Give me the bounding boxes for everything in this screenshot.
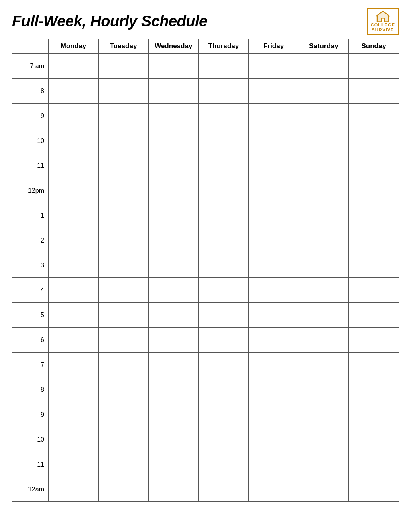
schedule-cell[interactable] — [98, 303, 149, 328]
schedule-cell[interactable] — [149, 253, 199, 278]
schedule-cell[interactable] — [98, 153, 149, 178]
schedule-cell[interactable] — [149, 228, 199, 253]
schedule-cell[interactable] — [299, 253, 349, 278]
schedule-cell[interactable] — [98, 402, 149, 427]
schedule-cell[interactable] — [299, 228, 349, 253]
schedule-cell[interactable] — [149, 452, 199, 477]
schedule-cell[interactable] — [349, 477, 399, 502]
schedule-cell[interactable] — [98, 104, 149, 128]
schedule-cell[interactable] — [149, 104, 199, 128]
schedule-cell[interactable] — [248, 303, 299, 328]
schedule-cell[interactable] — [299, 153, 349, 178]
schedule-cell[interactable] — [199, 452, 249, 477]
schedule-cell[interactable] — [299, 303, 349, 328]
schedule-cell[interactable] — [199, 303, 249, 328]
schedule-cell[interactable] — [248, 278, 299, 303]
schedule-cell[interactable] — [299, 79, 349, 104]
schedule-cell[interactable] — [49, 79, 99, 104]
schedule-cell[interactable] — [49, 228, 99, 253]
schedule-cell[interactable] — [98, 79, 149, 104]
schedule-cell[interactable] — [98, 203, 149, 228]
schedule-cell[interactable] — [349, 104, 399, 128]
schedule-cell[interactable] — [49, 104, 99, 128]
schedule-cell[interactable] — [299, 353, 349, 377]
schedule-cell[interactable] — [49, 353, 99, 377]
schedule-cell[interactable] — [149, 402, 199, 427]
schedule-cell[interactable] — [299, 427, 349, 452]
schedule-cell[interactable] — [248, 54, 299, 79]
schedule-cell[interactable] — [149, 353, 199, 377]
schedule-cell[interactable] — [299, 477, 349, 502]
schedule-cell[interactable] — [49, 153, 99, 178]
schedule-cell[interactable] — [299, 402, 349, 427]
schedule-cell[interactable] — [349, 178, 399, 203]
schedule-cell[interactable] — [349, 328, 399, 353]
schedule-cell[interactable] — [199, 253, 249, 278]
schedule-cell[interactable] — [349, 203, 399, 228]
schedule-cell[interactable] — [49, 253, 99, 278]
schedule-cell[interactable] — [49, 452, 99, 477]
schedule-cell[interactable] — [199, 128, 249, 153]
schedule-cell[interactable] — [98, 278, 149, 303]
schedule-cell[interactable] — [248, 328, 299, 353]
schedule-cell[interactable] — [98, 228, 149, 253]
schedule-cell[interactable] — [349, 253, 399, 278]
schedule-cell[interactable] — [49, 278, 99, 303]
schedule-cell[interactable] — [349, 303, 399, 328]
schedule-cell[interactable] — [199, 377, 249, 402]
schedule-cell[interactable] — [49, 178, 99, 203]
schedule-cell[interactable] — [199, 402, 249, 427]
schedule-cell[interactable] — [49, 303, 99, 328]
schedule-cell[interactable] — [98, 128, 149, 153]
schedule-cell[interactable] — [49, 377, 99, 402]
schedule-cell[interactable] — [149, 54, 199, 79]
schedule-cell[interactable] — [98, 54, 149, 79]
schedule-cell[interactable] — [149, 203, 199, 228]
schedule-cell[interactable] — [98, 377, 149, 402]
schedule-cell[interactable] — [248, 402, 299, 427]
schedule-cell[interactable] — [349, 128, 399, 153]
schedule-cell[interactable] — [149, 128, 199, 153]
schedule-cell[interactable] — [349, 278, 399, 303]
schedule-cell[interactable] — [349, 79, 399, 104]
schedule-cell[interactable] — [199, 104, 249, 128]
schedule-cell[interactable] — [98, 353, 149, 377]
schedule-cell[interactable] — [248, 477, 299, 502]
schedule-cell[interactable] — [248, 228, 299, 253]
schedule-cell[interactable] — [248, 452, 299, 477]
schedule-cell[interactable] — [299, 128, 349, 153]
schedule-cell[interactable] — [299, 452, 349, 477]
schedule-cell[interactable] — [49, 128, 99, 153]
schedule-cell[interactable] — [199, 203, 249, 228]
schedule-cell[interactable] — [149, 178, 199, 203]
schedule-cell[interactable] — [49, 402, 99, 427]
schedule-cell[interactable] — [349, 427, 399, 452]
schedule-cell[interactable] — [49, 477, 99, 502]
schedule-cell[interactable] — [349, 353, 399, 377]
schedule-cell[interactable] — [248, 178, 299, 203]
schedule-cell[interactable] — [299, 178, 349, 203]
schedule-cell[interactable] — [248, 253, 299, 278]
schedule-cell[interactable] — [149, 328, 199, 353]
schedule-cell[interactable] — [349, 153, 399, 178]
schedule-cell[interactable] — [248, 427, 299, 452]
schedule-cell[interactable] — [349, 402, 399, 427]
schedule-cell[interactable] — [248, 353, 299, 377]
schedule-cell[interactable] — [199, 278, 249, 303]
schedule-cell[interactable] — [199, 477, 249, 502]
schedule-cell[interactable] — [299, 203, 349, 228]
schedule-cell[interactable] — [149, 153, 199, 178]
schedule-cell[interactable] — [248, 79, 299, 104]
schedule-cell[interactable] — [248, 203, 299, 228]
schedule-cell[interactable] — [299, 278, 349, 303]
schedule-cell[interactable] — [299, 328, 349, 353]
schedule-cell[interactable] — [98, 452, 149, 477]
schedule-cell[interactable] — [49, 328, 99, 353]
schedule-cell[interactable] — [248, 104, 299, 128]
schedule-cell[interactable] — [299, 377, 349, 402]
schedule-cell[interactable] — [49, 427, 99, 452]
schedule-cell[interactable] — [199, 328, 249, 353]
schedule-cell[interactable] — [199, 178, 249, 203]
schedule-cell[interactable] — [349, 228, 399, 253]
schedule-cell[interactable] — [149, 278, 199, 303]
